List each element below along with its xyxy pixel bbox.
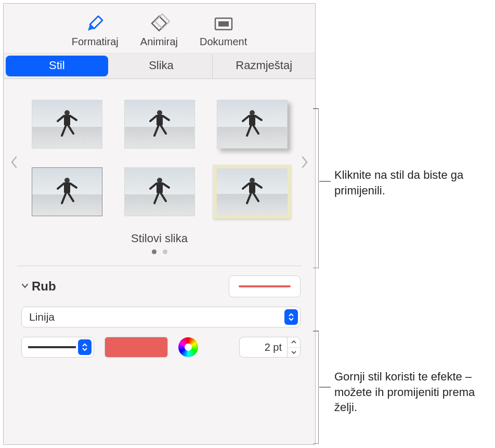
- updown-caret-icon: [78, 339, 92, 355]
- border-width-input[interactable]: 2 pt: [239, 337, 287, 358]
- border-type-dropdown[interactable]: Linija: [21, 307, 301, 327]
- line-style-dropdown[interactable]: [21, 337, 94, 358]
- styles-prev-button[interactable]: [8, 152, 20, 173]
- thumbnail-figure: [56, 108, 79, 139]
- animate-tab-label: Animiraj: [140, 36, 178, 48]
- chevron-down-icon: [291, 350, 296, 354]
- presentation-icon: [211, 13, 236, 35]
- svg-point-6: [250, 110, 255, 115]
- chevron-down-icon: [21, 282, 29, 291]
- stepper-up-button[interactable]: [288, 337, 300, 348]
- svg-point-4: [157, 110, 162, 115]
- style-thumbnail[interactable]: [217, 100, 288, 149]
- svg-rect-7: [249, 115, 255, 125]
- callout-tick: [319, 181, 331, 182]
- tab-image[interactable]: Slika: [110, 54, 213, 78]
- svg-rect-11: [157, 182, 163, 193]
- diamond-icon: [147, 13, 172, 35]
- thumbnail-figure: [148, 175, 171, 206]
- border-section-header: Rub: [21, 275, 301, 297]
- styles-next-button[interactable]: [298, 152, 311, 173]
- thumbnail-figure: [148, 108, 171, 139]
- callout-edit-effects: Gornji stil koristi te efekte – možete i…: [334, 369, 495, 415]
- styles-caption: Stilovi slika: [22, 232, 296, 245]
- svg-point-10: [157, 178, 162, 183]
- thumbnail-figure: [241, 108, 264, 139]
- stepper-down-button[interactable]: [288, 348, 300, 358]
- svg-rect-1: [218, 21, 229, 27]
- svg-rect-3: [64, 115, 70, 125]
- document-tab-label: Dokument: [200, 36, 247, 48]
- border-width-stepper: 2 pt: [239, 337, 301, 358]
- svg-rect-13: [249, 182, 255, 193]
- inspector-subtabs: Stil Slika Razmještaj: [4, 53, 315, 79]
- updown-caret-icon: [284, 309, 298, 325]
- style-thumbnail[interactable]: [32, 100, 102, 149]
- format-inspector-panel: Formatiraj Animiraj Dokument Stil Slika …: [3, 3, 316, 445]
- border-type-value: Linija: [29, 311, 55, 323]
- border-disclosure-toggle[interactable]: Rub: [21, 279, 56, 294]
- tab-style[interactable]: Stil: [6, 56, 108, 76]
- format-tab-label: Formatiraj: [72, 36, 119, 48]
- style-thumbnail[interactable]: [124, 100, 195, 149]
- chevron-left-icon: [10, 156, 18, 168]
- paintbrush-icon: [83, 13, 108, 35]
- image-styles-area: Stilovi slika: [4, 79, 315, 266]
- chevron-up-icon: [291, 340, 296, 344]
- svg-rect-9: [64, 182, 70, 193]
- border-style-preview[interactable]: [229, 275, 301, 297]
- pager-dot[interactable]: [152, 249, 157, 254]
- callout-bracket: [318, 331, 319, 444]
- border-color-swatch[interactable]: [105, 337, 168, 358]
- callout-tick: [319, 387, 331, 388]
- styles-pager: [22, 249, 296, 254]
- style-thumbnail[interactable]: [124, 167, 195, 216]
- style-thumbnail[interactable]: [32, 167, 102, 216]
- svg-rect-5: [157, 115, 163, 125]
- style-thumbnail[interactable]: [213, 165, 291, 219]
- chevron-right-icon: [301, 156, 308, 168]
- stepper-buttons: [287, 337, 301, 358]
- callout-apply-style: Kliknite na stil da biste ga primijenili…: [334, 167, 490, 198]
- color-wheel-button[interactable]: [178, 337, 198, 357]
- border-section: Rub Linija 2 pt: [4, 266, 315, 362]
- image-styles-grid: [22, 100, 296, 216]
- border-preview-line: [239, 285, 291, 287]
- format-tab-button[interactable]: Formatiraj: [72, 13, 119, 48]
- svg-point-12: [250, 178, 255, 183]
- inspector-toolbar: Formatiraj Animiraj Dokument: [4, 4, 315, 53]
- svg-point-8: [64, 178, 70, 183]
- border-controls-row: 2 pt: [21, 337, 301, 358]
- line-style-preview: [28, 346, 76, 348]
- border-section-title: Rub: [32, 279, 56, 294]
- thumbnail-figure: [56, 175, 79, 206]
- callout-bracket: [318, 108, 319, 268]
- animate-tab-button[interactable]: Animiraj: [140, 13, 178, 48]
- pager-dot[interactable]: [163, 249, 167, 254]
- svg-point-2: [64, 110, 70, 115]
- tab-arrange[interactable]: Razmještaj: [213, 54, 315, 78]
- thumbnail-figure: [241, 175, 264, 206]
- document-tab-button[interactable]: Dokument: [200, 13, 247, 48]
